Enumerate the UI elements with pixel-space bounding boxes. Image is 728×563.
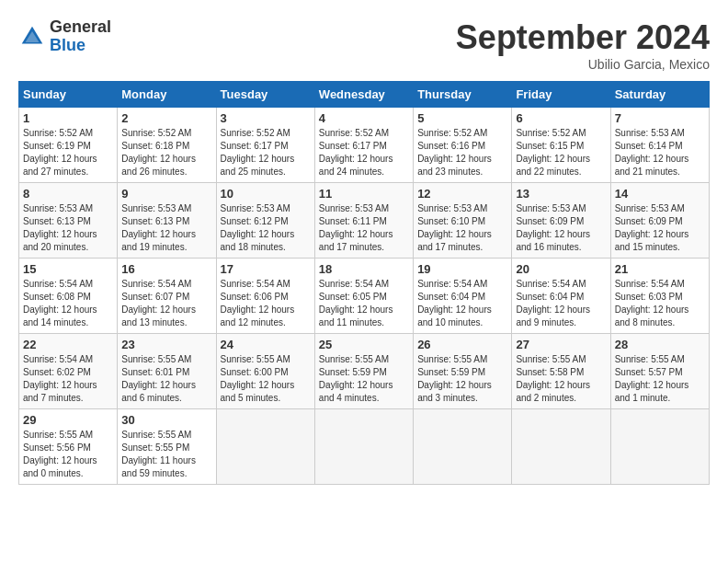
day-number: 26	[417, 338, 507, 351]
th-friday: Friday	[512, 82, 610, 108]
header-row: Sunday Monday Tuesday Wednesday Thursday…	[19, 82, 710, 108]
cell-21: 21 Sunrise: 5:54 AMSunset: 6:03 PMDaylig…	[610, 259, 709, 334]
cell-content: Sunrise: 5:53 AMSunset: 6:09 PMDaylight:…	[516, 203, 590, 252]
day-number: 12	[417, 187, 507, 201]
cell-content: Sunrise: 5:54 AMSunset: 6:08 PMDaylight:…	[23, 279, 97, 327]
logo-text: General Blue	[50, 18, 111, 55]
day-number: 27	[516, 338, 606, 351]
cell-14: 14 Sunrise: 5:53 AMSunset: 6:09 PMDaylig…	[610, 183, 709, 259]
day-number: 10	[221, 187, 311, 201]
cell-content: Sunrise: 5:53 AMSunset: 6:09 PMDaylight:…	[615, 203, 689, 252]
day-number: 9	[121, 187, 211, 201]
cell-22: 22 Sunrise: 5:54 AMSunset: 6:02 PMDaylig…	[19, 334, 118, 409]
logo-icon	[18, 23, 46, 51]
cell-17: 17 Sunrise: 5:54 AMSunset: 6:06 PMDaylig…	[216, 259, 314, 334]
day-number: 2	[121, 111, 211, 125]
th-wednesday: Wednesday	[314, 82, 413, 108]
cell-content: Sunrise: 5:54 AMSunset: 6:04 PMDaylight:…	[516, 279, 590, 327]
cell-content: Sunrise: 5:54 AMSunset: 6:06 PMDaylight:…	[221, 279, 295, 327]
logo-general: General	[50, 18, 111, 37]
cell-content: Sunrise: 5:55 AMSunset: 5:59 PMDaylight:…	[319, 354, 393, 403]
cell-content: Sunrise: 5:53 AMSunset: 6:10 PMDaylight:…	[417, 203, 492, 252]
day-number: 3	[221, 111, 311, 125]
cell-9: 9 Sunrise: 5:53 AMSunset: 6:13 PMDayligh…	[118, 183, 216, 259]
day-number: 5	[417, 111, 507, 125]
cell-content: Sunrise: 5:55 AMSunset: 5:57 PMDaylight:…	[615, 354, 689, 403]
day-number: 7	[615, 111, 705, 125]
cell-content: Sunrise: 5:53 AMSunset: 6:11 PMDaylight:…	[319, 203, 393, 252]
cell-empty-4	[512, 409, 610, 485]
cell-20: 20 Sunrise: 5:54 AMSunset: 6:04 PMDaylig…	[512, 259, 610, 334]
cell-content: Sunrise: 5:53 AMSunset: 6:14 PMDaylight:…	[615, 128, 689, 177]
cell-11: 11 Sunrise: 5:53 AMSunset: 6:11 PMDaylig…	[314, 183, 413, 259]
cell-23: 23 Sunrise: 5:55 AMSunset: 6:01 PMDaylig…	[118, 334, 216, 409]
day-number: 28	[615, 338, 705, 351]
location: Ubilio Garcia, Mexico	[456, 57, 710, 72]
day-number: 8	[23, 187, 113, 201]
cell-25: 25 Sunrise: 5:55 AMSunset: 5:59 PMDaylig…	[314, 334, 413, 409]
day-number: 29	[23, 413, 113, 427]
week-row-3: 15 Sunrise: 5:54 AMSunset: 6:08 PMDaylig…	[19, 259, 710, 334]
cell-content: Sunrise: 5:54 AMSunset: 6:05 PMDaylight:…	[319, 279, 393, 327]
cell-content: Sunrise: 5:54 AMSunset: 6:02 PMDaylight:…	[23, 354, 97, 403]
cell-15: 15 Sunrise: 5:54 AMSunset: 6:08 PMDaylig…	[19, 259, 118, 334]
day-number: 24	[221, 338, 311, 351]
cell-content: Sunrise: 5:52 AMSunset: 6:16 PMDaylight:…	[417, 128, 492, 177]
cell-content: Sunrise: 5:54 AMSunset: 6:07 PMDaylight:…	[121, 279, 196, 327]
cell-19: 19 Sunrise: 5:54 AMSunset: 6:04 PMDaylig…	[414, 259, 512, 334]
logo-blue: Blue	[50, 37, 111, 55]
day-number: 23	[121, 338, 211, 351]
cell-content: Sunrise: 5:53 AMSunset: 6:12 PMDaylight:…	[221, 203, 295, 252]
cell-content: Sunrise: 5:52 AMSunset: 6:17 PMDaylight:…	[319, 128, 393, 177]
cell-content: Sunrise: 5:53 AMSunset: 6:13 PMDaylight:…	[121, 203, 196, 252]
day-number: 20	[516, 262, 606, 276]
day-number: 25	[319, 338, 409, 351]
th-thursday: Thursday	[414, 82, 512, 108]
th-saturday: Saturday	[610, 82, 709, 108]
th-tuesday: Tuesday	[216, 82, 314, 108]
cell-1: 1 Sunrise: 5:52 AMSunset: 6:19 PMDayligh…	[19, 108, 118, 183]
day-number: 4	[319, 111, 409, 125]
cell-10: 10 Sunrise: 5:53 AMSunset: 6:12 PMDaylig…	[216, 183, 314, 259]
day-number: 1	[23, 111, 113, 125]
cell-2: 2 Sunrise: 5:52 AMSunset: 6:18 PMDayligh…	[118, 108, 216, 183]
cell-content: Sunrise: 5:55 AMSunset: 5:59 PMDaylight:…	[417, 354, 492, 403]
cell-7: 7 Sunrise: 5:53 AMSunset: 6:14 PMDayligh…	[610, 108, 709, 183]
cell-5: 5 Sunrise: 5:52 AMSunset: 6:16 PMDayligh…	[414, 108, 512, 183]
cell-empty-5	[610, 409, 709, 485]
th-sunday: Sunday	[19, 82, 118, 108]
cell-8: 8 Sunrise: 5:53 AMSunset: 6:13 PMDayligh…	[19, 183, 118, 259]
calendar-table: Sunday Monday Tuesday Wednesday Thursday…	[18, 81, 710, 485]
cell-content: Sunrise: 5:54 AMSunset: 6:03 PMDaylight:…	[615, 279, 689, 327]
cell-content: Sunrise: 5:55 AMSunset: 5:58 PMDaylight:…	[516, 354, 590, 403]
day-number: 13	[516, 187, 606, 201]
week-row-4: 22 Sunrise: 5:54 AMSunset: 6:02 PMDaylig…	[19, 334, 710, 409]
week-row-1: 1 Sunrise: 5:52 AMSunset: 6:19 PMDayligh…	[19, 108, 710, 183]
logo: General Blue	[18, 18, 111, 55]
cell-content: Sunrise: 5:55 AMSunset: 5:56 PMDaylight:…	[23, 430, 97, 478]
day-number: 18	[319, 262, 409, 276]
cell-content: Sunrise: 5:52 AMSunset: 6:17 PMDaylight:…	[221, 128, 295, 177]
day-number: 19	[417, 262, 507, 276]
cell-content: Sunrise: 5:54 AMSunset: 6:04 PMDaylight:…	[417, 279, 492, 327]
cell-16: 16 Sunrise: 5:54 AMSunset: 6:07 PMDaylig…	[118, 259, 216, 334]
cell-content: Sunrise: 5:53 AMSunset: 6:13 PMDaylight:…	[23, 203, 97, 252]
cell-26: 26 Sunrise: 5:55 AMSunset: 5:59 PMDaylig…	[414, 334, 512, 409]
cell-30: 30 Sunrise: 5:55 AMSunset: 5:55 PMDaylig…	[118, 409, 216, 485]
cell-content: Sunrise: 5:55 AMSunset: 6:00 PMDaylight:…	[221, 354, 295, 403]
title-block: September 2024 Ubilio Garcia, Mexico	[456, 18, 710, 72]
cell-empty-3	[414, 409, 512, 485]
page-header: General Blue September 2024 Ubilio Garci…	[18, 18, 710, 72]
day-number: 17	[221, 262, 311, 276]
cell-3: 3 Sunrise: 5:52 AMSunset: 6:17 PMDayligh…	[216, 108, 314, 183]
cell-6: 6 Sunrise: 5:52 AMSunset: 6:15 PMDayligh…	[512, 108, 610, 183]
day-number: 22	[23, 338, 113, 351]
cell-content: Sunrise: 5:52 AMSunset: 6:19 PMDaylight:…	[23, 128, 97, 177]
cell-13: 13 Sunrise: 5:53 AMSunset: 6:09 PMDaylig…	[512, 183, 610, 259]
cell-content: Sunrise: 5:52 AMSunset: 6:18 PMDaylight:…	[121, 128, 196, 177]
month-title: September 2024	[456, 18, 710, 57]
day-number: 14	[615, 187, 705, 201]
day-number: 15	[23, 262, 113, 276]
th-monday: Monday	[118, 82, 216, 108]
cell-28: 28 Sunrise: 5:55 AMSunset: 5:57 PMDaylig…	[610, 334, 709, 409]
